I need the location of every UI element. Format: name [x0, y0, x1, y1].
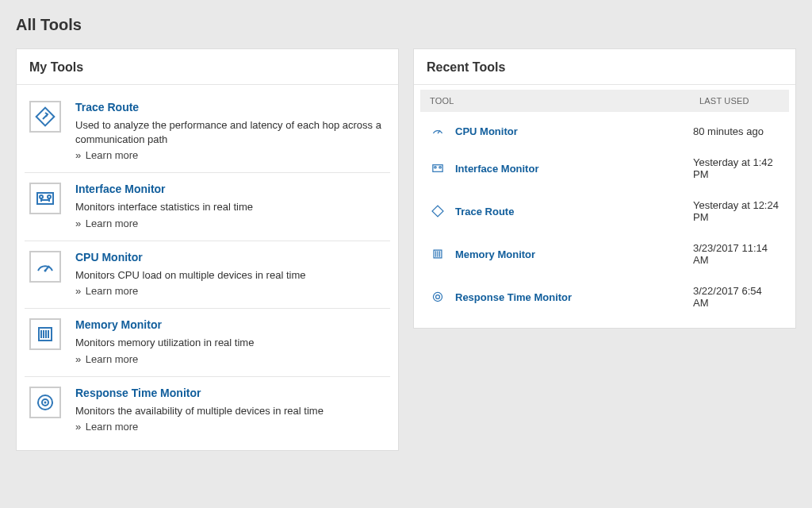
svg-point-14 [433, 292, 442, 301]
tool-item: Trace Route Used to analyze the performa… [25, 91, 390, 173]
learn-more-link[interactable]: » Learn more [75, 285, 385, 297]
learn-more-link[interactable]: » Learn more [75, 217, 385, 229]
svg-point-8 [44, 401, 47, 403]
tool-name-link[interactable]: Interface Monitor [75, 183, 385, 195]
svg-point-2 [40, 195, 43, 198]
recent-tools-header: Recent Tools [414, 49, 795, 85]
tool-name-link[interactable]: CPU Monitor [75, 251, 385, 264]
my-tools-panel: My Tools Trace Route Used to analyze the… [16, 48, 399, 451]
trace-route-icon [430, 205, 446, 217]
memory-monitor-icon [430, 248, 446, 260]
tool-item: CPU Monitor Monitors CPU load on multipl… [25, 241, 390, 310]
tool-name-link[interactable]: Trace Route [75, 101, 385, 114]
response-time-monitor-icon [430, 291, 446, 303]
tool-description: Monitors memory utilization in real time [75, 336, 385, 350]
tool-description: Monitors interface statistics in real ti… [75, 200, 385, 214]
recent-tool-time: Yesterday at 1:42 PM [693, 156, 779, 180]
recent-tools-panel: Recent Tools TOOL LAST USED CPU Monitor … [413, 48, 796, 329]
tool-description: Monitors CPU load on multiple devices in… [75, 268, 385, 283]
table-row: Interface Monitor Yesterday at 1:42 PM [420, 147, 789, 190]
page-title: All Tools [16, 16, 796, 34]
svg-point-10 [435, 167, 436, 168]
interface-monitor-icon [29, 183, 61, 214]
recent-tool-time: 80 minutes ago [693, 125, 779, 137]
table-row: Memory Monitor 3/23/2017 11:14 AM [420, 233, 789, 275]
svg-point-11 [439, 167, 441, 168]
learn-more-label: Learn more [86, 421, 138, 433]
svg-point-4 [44, 269, 47, 271]
learn-more-label: Learn more [86, 149, 138, 161]
my-tools-header: My Tools [17, 49, 398, 85]
table-row: Response Time Monitor 3/22/2017 6:54 AM [420, 275, 789, 318]
recent-tool-link[interactable]: Trace Route [455, 206, 693, 217]
response-time-monitor-icon [29, 387, 61, 418]
recent-tool-link[interactable]: Interface Monitor [455, 163, 693, 175]
learn-more-link[interactable]: » Learn more [75, 149, 385, 161]
column-header-tool: TOOL [430, 96, 699, 106]
tool-description: Used to analyze the performance and late… [75, 118, 385, 146]
learn-more-label: Learn more [86, 353, 138, 365]
table-row: Trace Route Yesterday at 12:24 PM [420, 190, 789, 233]
column-header-last-used: LAST USED [699, 96, 779, 106]
cpu-monitor-icon [29, 251, 61, 283]
trace-route-icon [29, 101, 61, 133]
recent-tool-time: 3/22/2017 6:54 AM [693, 285, 779, 309]
learn-more-link[interactable]: » Learn more [75, 421, 385, 433]
cpu-monitor-icon [430, 125, 446, 137]
tool-item: Interface Monitor Monitors interface sta… [25, 173, 390, 241]
svg-point-15 [436, 295, 440, 299]
table-row: CPU Monitor 80 minutes ago [420, 115, 789, 147]
recent-tool-link[interactable]: Memory Monitor [455, 248, 693, 260]
recent-tools-list: CPU Monitor 80 minutes ago Interface Mon… [414, 112, 795, 328]
recent-tool-link[interactable]: CPU Monitor [455, 125, 693, 137]
learn-more-link[interactable]: » Learn more [75, 353, 385, 365]
learn-more-label: Learn more [86, 285, 138, 297]
tool-item: Response Time Monitor Monitors the avail… [25, 377, 390, 444]
svg-point-3 [48, 195, 51, 198]
tool-name-link[interactable]: Response Time Monitor [75, 387, 385, 399]
interface-monitor-icon [430, 162, 446, 175]
my-tools-list: Trace Route Used to analyze the performa… [17, 85, 398, 450]
tool-name-link[interactable]: Memory Monitor [75, 318, 385, 331]
memory-monitor-icon [29, 318, 61, 350]
learn-more-label: Learn more [86, 217, 138, 229]
tool-item: Memory Monitor Monitors memory utilizati… [25, 309, 390, 377]
tool-description: Monitors the availability of multiple de… [75, 404, 385, 418]
svg-rect-12 [432, 206, 443, 217]
recent-tool-link[interactable]: Response Time Monitor [455, 291, 693, 303]
recent-tool-time: Yesterday at 12:24 PM [693, 199, 779, 223]
recent-tools-table-header: TOOL LAST USED [420, 90, 789, 112]
recent-tool-time: 3/23/2017 11:14 AM [693, 242, 779, 266]
